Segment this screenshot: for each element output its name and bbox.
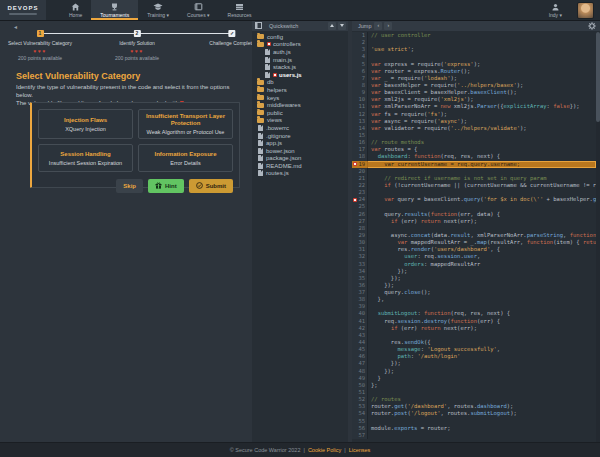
vulnerability-marker-icon — [267, 42, 271, 46]
tree-item-middlewares[interactable]: middlewares — [252, 101, 348, 109]
line-number: 31 — [352, 246, 368, 253]
line-number: 40 — [352, 310, 368, 317]
nav-item-home[interactable]: Home — [60, 0, 91, 20]
code-text: router.get('/dashboard', routes.dashboar… — [368, 403, 596, 410]
step-indicator[interactable]: 1 — [36, 30, 43, 37]
code-line-12: 12var fs = require('fs'); — [352, 111, 596, 118]
quickswitch-next-icon[interactable] — [338, 22, 346, 30]
code-text: var fs = require('fs'); — [368, 111, 596, 118]
file-icon — [265, 64, 270, 70]
filetree-header: Quickswitch — [252, 20, 348, 31]
quickswitch-prev-icon[interactable] — [328, 22, 336, 30]
tree-item-db[interactable]: db — [252, 79, 348, 87]
tree-item-keys[interactable]: keys — [252, 94, 348, 102]
folder-icon — [257, 118, 264, 123]
code-line-6: 6var router = express.Router(); — [352, 68, 596, 75]
challenge-pane: ◂ 1Select Vulnerability Category♥♥♥200 p… — [0, 20, 250, 443]
line-number: 42 — [352, 325, 368, 332]
vulnerability-option-card[interactable]: Session HandlingInsufficient Session Exp… — [38, 144, 133, 172]
tree-item-config[interactable]: config — [252, 33, 348, 41]
code-line-19[interactable]: 19 var currentUsername = req.query.usern… — [352, 161, 596, 168]
challenge-title: Select Vulnerability Category — [16, 71, 140, 81]
step-indicator[interactable]: 2 — [133, 30, 140, 37]
option-subtitle: Error Details — [141, 160, 230, 166]
code-text — [368, 189, 596, 196]
code-text: var async = require('async'); — [368, 118, 596, 125]
editor-scrollbar-thumb[interactable] — [596, 32, 600, 122]
line-number: 51 — [352, 389, 368, 396]
tree-item-views[interactable]: views — [252, 117, 348, 125]
tree-item-app-js[interactable]: app.js — [252, 139, 348, 147]
vulnerability-option-card[interactable]: Insufficient Transport Layer ProtectionW… — [138, 109, 233, 139]
jump-prev-icon[interactable]: ‹ — [374, 22, 382, 30]
licenses-link[interactable]: Licenses — [349, 447, 371, 453]
tree-item-users-js[interactable]: users.js — [252, 71, 348, 79]
line-number: 4 — [352, 53, 368, 60]
user-menu-label: Indy ▾ — [549, 12, 562, 18]
back-icon[interactable]: ◂ — [14, 23, 17, 30]
code-line-57: 57 — [352, 432, 596, 439]
code-line-42: 42 if (err) return next(err); — [352, 325, 596, 332]
code-text: var router = express.Router(); — [368, 68, 596, 75]
tree-item-readme-md[interactable]: README.md — [252, 162, 348, 170]
folder-icon — [257, 95, 264, 100]
tree-item-bower-json[interactable]: bower.json — [252, 147, 348, 155]
user-menu[interactable]: Indy ▾ — [540, 3, 571, 18]
tree-item-auth-js[interactable]: auth.js — [252, 48, 348, 56]
code-line-32: 32 user: req.session.user, — [352, 253, 596, 260]
tree-item-main-js[interactable]: main.js — [252, 56, 348, 64]
code-line-14: 14var validator = require('../helpers/va… — [352, 125, 596, 132]
tree-item-routes-js[interactable]: routes.js — [252, 170, 348, 178]
line-number: 48 — [352, 368, 368, 375]
code-text: submitLogout: function(req, res, next) { — [368, 310, 596, 317]
line-number: 55 — [352, 418, 368, 425]
line-number: 54 — [352, 410, 368, 417]
line-number: 56 — [352, 425, 368, 432]
code-text: var express = require('express'); — [368, 61, 596, 68]
step-indicator[interactable]: ✓ — [229, 30, 236, 37]
tree-item-label: config — [267, 34, 283, 40]
line-number: 19 — [352, 161, 368, 168]
nav-item-training[interactable]: Training ▾ — [138, 0, 178, 20]
nav-item-resources[interactable]: Resources — [219, 0, 261, 20]
copyright-text: © Secure Code Warrior 2022 — [230, 447, 301, 453]
panel-icon[interactable] — [255, 22, 262, 29]
home-icon — [71, 3, 80, 11]
code-text: var _ = require('lodash'); — [368, 75, 596, 82]
line-number: 9 — [352, 89, 368, 96]
hint-button[interactable]: Hint — [148, 179, 184, 193]
nav-item-courses[interactable]: Courses ▾ — [178, 0, 219, 20]
avatar[interactable] — [577, 2, 594, 19]
nav-item-tournaments[interactable]: Tournaments — [91, 0, 138, 20]
tree-item--bowerrc[interactable]: .bowerrc — [252, 124, 348, 132]
step-points: 200 points available — [8, 55, 72, 61]
step-label: Identify Solution — [115, 40, 159, 46]
skip-button[interactable]: Skip — [116, 179, 143, 193]
jump-next-icon[interactable]: › — [384, 22, 392, 30]
cookie-policy-link[interactable]: Cookie Policy — [308, 447, 341, 453]
file-icon — [258, 125, 263, 131]
line-number: 32 — [352, 253, 368, 260]
nav-items: HomeTournamentsTraining ▾Courses ▾Resour… — [60, 0, 260, 20]
tree-item-controllers[interactable]: controllers — [252, 41, 348, 49]
tree-item-package-json[interactable]: package.json — [252, 155, 348, 163]
line-number: 6 — [352, 68, 368, 75]
tree-item-public[interactable]: public — [252, 109, 348, 117]
vulnerability-option-card[interactable]: Injection FlawsXQuery Injection — [38, 109, 133, 139]
line-number: 5 — [352, 61, 368, 68]
app-logo[interactable]: DEVOPS — [0, 0, 46, 20]
tree-item-label: public — [267, 110, 283, 116]
code-line-17: 17var routes = { — [352, 146, 596, 153]
filetree-pane: configcontrollersauth.jsmain.jsstacks.js… — [252, 20, 348, 443]
vulnerability-option-card[interactable]: Information ExposureError Details — [138, 144, 233, 172]
tree-item-helpers[interactable]: helpers — [252, 86, 348, 94]
line-number: 35 — [352, 275, 368, 282]
code-line-11: 11var xmlParserNoArr = new xml2js.Parser… — [352, 103, 596, 110]
tree-item--gitignore[interactable]: .gitignore — [252, 132, 348, 140]
submit-button[interactable]: Submit — [189, 179, 233, 193]
settings-gear-icon[interactable] — [588, 22, 596, 30]
jump-label: Jump — [358, 23, 371, 29]
tree-item-stacks-js[interactable]: stacks.js — [252, 63, 348, 71]
file-icon — [265, 72, 270, 78]
code-line-1: 1// user controller — [352, 32, 596, 39]
